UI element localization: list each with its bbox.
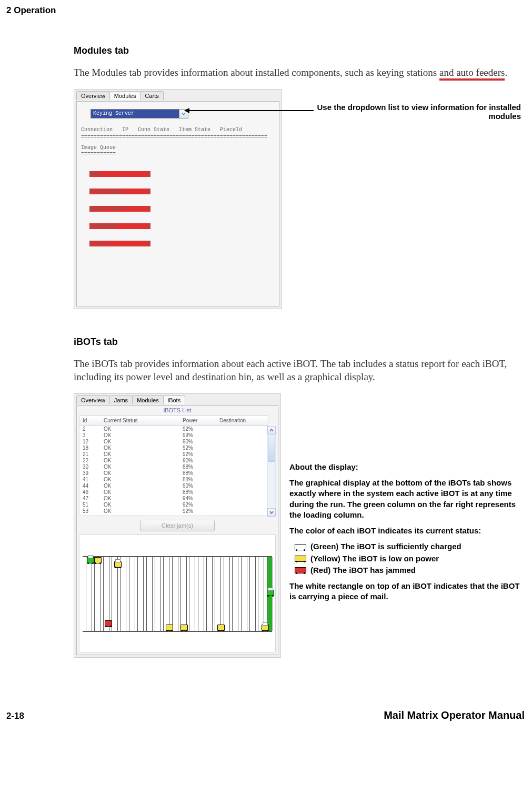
column — [241, 557, 247, 631]
modules-tab-heading: Modules tab — [74, 45, 521, 56]
tab-modules[interactable]: Modules — [132, 395, 164, 404]
scroll-down-icon[interactable] — [267, 508, 276, 517]
ibot-icon — [87, 557, 94, 563]
column — [172, 557, 178, 631]
legend-text: (Green) The iBOT is sufficiently charged — [310, 541, 461, 552]
page-number: 2-18 — [6, 711, 24, 721]
column — [189, 557, 195, 631]
ibots-panel: iBOTS List Id Current Status Power Desti… — [76, 405, 278, 655]
column — [155, 557, 161, 631]
column — [163, 557, 169, 631]
col-connstate: Conn State — [138, 127, 169, 133]
table-row[interactable]: 44OK90% — [79, 483, 275, 489]
ibot-icon — [180, 625, 188, 631]
ibots-list-header: Id Current Status Power Destination — [79, 415, 268, 426]
table-row[interactable]: 30OK88% — [79, 464, 275, 470]
queue-value: 0 — [147, 171, 150, 177]
para1a: The Modules tab provides information abo… — [74, 67, 439, 78]
table-row[interactable]: 21OK92% — [79, 451, 275, 458]
table-row[interactable]: 39OK88% — [79, 470, 275, 477]
col-power[interactable]: Power — [183, 418, 219, 423]
ibots-tabstrip: Overview Jams Modules iBots — [76, 395, 185, 404]
manual-title: Mail Matrix Operator Manual — [384, 709, 525, 721]
figure-modules: Overview Modules Carts Keying Server Con… — [74, 89, 521, 321]
tab-ibots[interactable]: iBots — [163, 395, 185, 404]
col-pieceid: PieceId — [220, 127, 242, 133]
column — [249, 557, 256, 631]
table-row[interactable]: 41OK88% — [79, 477, 275, 483]
tab-modules[interactable]: Modules — [109, 91, 141, 100]
table-row[interactable]: 3OK99% — [79, 432, 275, 439]
queue-row: Finished:0 — [89, 223, 150, 229]
track — [83, 556, 272, 632]
ibot-icon — [217, 625, 225, 631]
table-row[interactable]: 51OK92% — [79, 502, 275, 508]
ibot-icon — [166, 625, 173, 631]
ibots-list-body: 2OK92%3OK99%12OK90%18OK92%21OK92%22OK90%… — [79, 426, 276, 516]
queue-label: Result avail.: — [89, 206, 147, 212]
scroll-up-icon[interactable] — [267, 426, 276, 434]
tab-carts[interactable]: Carts — [140, 91, 163, 100]
col-id[interactable]: Id — [79, 418, 104, 423]
queue-label: Processing: — [89, 189, 147, 194]
column-headers: Connection IP Conn State Item State Piec… — [81, 127, 242, 133]
about-p1: The graphical display at the bottom of t… — [289, 478, 521, 520]
table-row[interactable]: 18OK92% — [79, 445, 275, 451]
queue-value: 0 — [147, 189, 150, 194]
legend-row: (Green) The iBOT is sufficiently charged — [295, 541, 521, 552]
col-ip: IP — [122, 127, 128, 133]
separator: ========================================… — [81, 134, 267, 140]
about-p2: The color of each iBOT indicates its cur… — [289, 526, 521, 536]
ibots-window: Overview Jams Modules iBots iBOTS List I… — [74, 393, 281, 658]
clear-jams-button[interactable]: Clear jam(s) — [140, 520, 215, 531]
ibot-icon — [105, 620, 112, 627]
legend-text: (Red) The iBOT has jammed — [310, 565, 416, 576]
page-footer: 2-18 Mail Matrix Operator Manual — [0, 709, 532, 721]
queue-row: Processing:0 — [89, 189, 150, 194]
table-row[interactable]: 2OK92% — [79, 426, 275, 432]
para1c: . — [505, 67, 507, 78]
ibots-tab-heading: iBOTs tab — [74, 336, 521, 348]
column — [180, 557, 187, 631]
table-row[interactable]: 46OK88% — [79, 489, 275, 496]
ibots-tab-paragraph: The iBOTs tab provides information about… — [74, 357, 521, 384]
col-itemstate: Item State — [179, 127, 210, 133]
arrowhead-icon — [184, 108, 189, 113]
column — [137, 557, 144, 631]
table-row[interactable]: 12OK90% — [79, 439, 275, 445]
tab-overview[interactable]: Overview — [76, 91, 110, 100]
ibot-icon — [262, 625, 269, 631]
column — [206, 557, 213, 631]
scrollbar-thumb[interactable] — [268, 434, 275, 462]
column — [103, 557, 109, 631]
ibot-icon — [267, 590, 274, 596]
table-row[interactable]: 22OK90% — [79, 458, 275, 464]
legend-text: (Yellow) The iBOT is low on power — [310, 553, 439, 564]
tab-jams[interactable]: Jams — [109, 395, 133, 404]
table-row[interactable]: 47OK94% — [79, 496, 275, 502]
column — [129, 557, 135, 631]
tab-overview[interactable]: Overview — [76, 395, 110, 404]
callout-text: Use the dropdown list to view informatio… — [310, 103, 521, 121]
ibots-annotations: About the display: The graphical display… — [289, 462, 521, 608]
image-queue-title: Image Queue — [81, 145, 116, 151]
running-head: 2 Operation — [0, 5, 532, 20]
module-select-value: Keying Server — [93, 111, 134, 116]
table-row[interactable]: 53OK92% — [79, 508, 275, 514]
column — [224, 557, 230, 631]
column — [146, 557, 153, 631]
column — [86, 557, 92, 631]
queue-row: New:0 — [89, 171, 150, 177]
about-p3: The white rectangle on top of an iBOT in… — [289, 581, 521, 602]
queue-label: Error: — [89, 241, 147, 246]
queue-row: Error:0 — [89, 241, 150, 246]
ibot-icon — [114, 561, 122, 568]
col-status[interactable]: Current Status — [104, 418, 183, 423]
modules-tab-paragraph: The Modules tab provides information abo… — [74, 66, 521, 80]
ibots-list-title: iBOTS List — [77, 407, 278, 413]
column — [94, 557, 101, 631]
module-select[interactable]: Keying Server — [91, 109, 188, 118]
modules-tabstrip: Overview Modules Carts — [76, 91, 163, 100]
col-destination[interactable]: Destination — [219, 418, 268, 423]
queue-value: 0 — [147, 206, 150, 212]
